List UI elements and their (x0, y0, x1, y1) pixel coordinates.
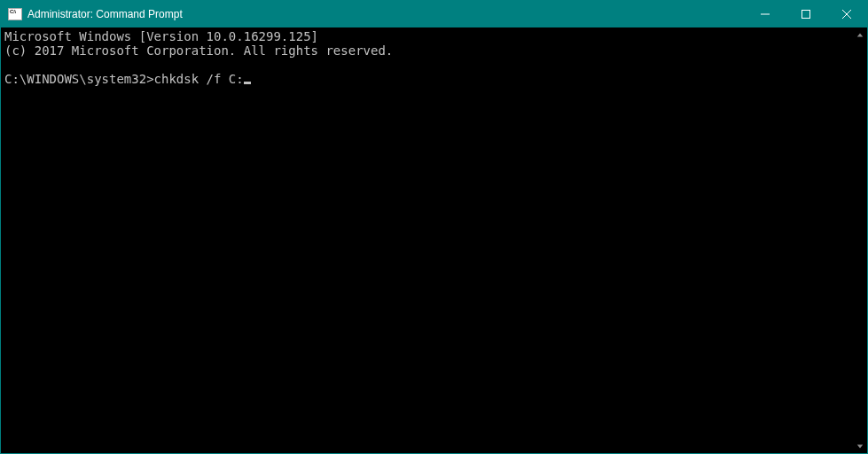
command-text: chkdsk /f C: (154, 72, 244, 86)
output-blank (4, 58, 852, 72)
chevron-down-icon (856, 442, 864, 450)
output-line: (c) 2017 Microsoft Corporation. All righ… (4, 43, 852, 58)
cursor (244, 82, 251, 84)
svg-rect-1 (802, 11, 810, 19)
command-prompt-window: C:\ Administrator: Command Prompt Micros… (0, 0, 868, 454)
prompt-path: C:\WINDOWS\system32> (4, 72, 154, 86)
window-title: Administrator: Command Prompt (27, 8, 745, 20)
scroll-up-button[interactable] (852, 27, 867, 43)
minimize-button[interactable] (745, 1, 786, 27)
titlebar[interactable]: C:\ Administrator: Command Prompt (1, 1, 867, 27)
prompt-line: C:\WINDOWS\system32>chkdsk /f C: (4, 72, 852, 86)
vertical-scrollbar[interactable] (852, 27, 867, 453)
scroll-down-button[interactable] (852, 438, 867, 453)
terminal-output[interactable]: Microsoft Windows [Version 10.0.16299.12… (1, 27, 852, 453)
chevron-up-icon (856, 32, 864, 39)
close-icon (842, 10, 851, 19)
window-body: Microsoft Windows [Version 10.0.16299.12… (1, 27, 867, 453)
minimize-icon (761, 10, 770, 19)
window-controls (745, 1, 867, 27)
close-button[interactable] (826, 1, 867, 27)
cmd-icon: C:\ (8, 8, 22, 20)
maximize-icon (802, 10, 810, 19)
maximize-button[interactable] (786, 1, 826, 27)
output-line: Microsoft Windows [Version 10.0.16299.12… (4, 29, 852, 43)
